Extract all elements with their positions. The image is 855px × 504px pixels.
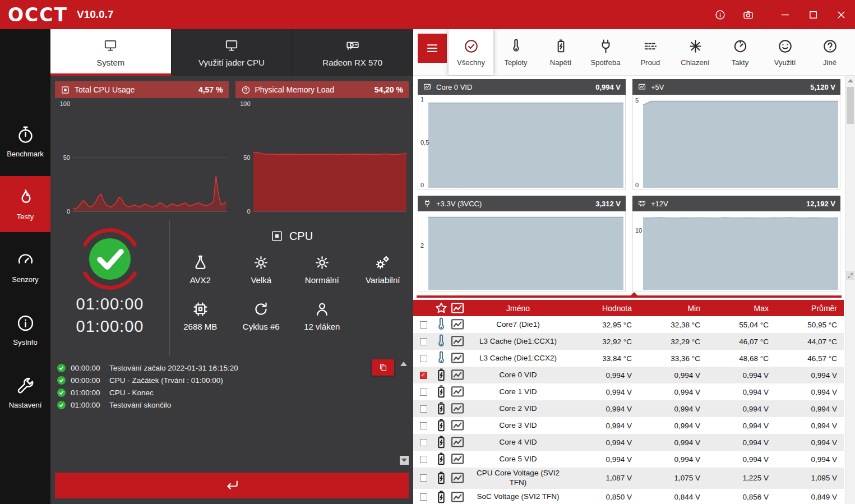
sensor-value: 0,994 V bbox=[570, 438, 639, 447]
panel-splitter[interactable] bbox=[413, 292, 855, 300]
sidebar-item-senzory[interactable]: Senzory bbox=[0, 239, 50, 295]
monitor-icon[interactable] bbox=[449, 300, 466, 317]
temperature-icon bbox=[433, 334, 449, 349]
info-icon bbox=[714, 9, 726, 21]
tab-radeon-rx-570[interactable]: Radeon RX 570 bbox=[292, 29, 413, 76]
sensor-row[interactable]: Core7 (Die1)32,95 °C32,38 °C55,04 °C50,9… bbox=[413, 316, 844, 333]
sensor-graph-checkbox[interactable] bbox=[420, 493, 427, 501]
sidebar-item-testy[interactable]: Testy bbox=[0, 176, 50, 232]
maximize-button[interactable] bbox=[799, 0, 827, 29]
sidebar-item-nastaveni[interactable]: Nastavení bbox=[0, 364, 50, 420]
filter-chlazení[interactable]: Chlazení bbox=[673, 29, 718, 75]
graph-icon bbox=[423, 82, 432, 91]
device-tabs: SystemVyužití jader CPURadeon RX 570 bbox=[50, 29, 413, 76]
test-param-12-vl-ken[interactable]: 12 vláken bbox=[292, 300, 353, 331]
close-icon bbox=[835, 9, 847, 21]
test-param-velk-[interactable]: Velká bbox=[231, 254, 292, 285]
sensor-graph-checkbox[interactable] bbox=[420, 389, 427, 396]
log-scroll-up-arrow[interactable] bbox=[400, 362, 407, 366]
cooling-icon bbox=[687, 38, 704, 54]
voltage-icon bbox=[433, 489, 449, 504]
sensor-value: 32,95 °C bbox=[570, 321, 639, 329]
test-param-avx2[interactable]: AVX2 bbox=[170, 254, 231, 285]
chip-icon bbox=[192, 300, 209, 318]
sensor-row[interactable]: Core 0 VID0,994 V0,994 V0,994 V0,994 V bbox=[413, 367, 844, 383]
test-param-variabiln-[interactable]: Variabilní bbox=[353, 254, 414, 285]
test-param-2688-mb[interactable]: 2688 MB bbox=[170, 300, 231, 331]
sensor-chart-value: 5,120 V bbox=[810, 83, 835, 91]
test-param-norm-ln-[interactable]: Normální bbox=[292, 254, 353, 285]
sensor-chart-header: +3.3V (3VCC)3,312 V bbox=[418, 196, 626, 211]
close-button[interactable] bbox=[827, 0, 855, 29]
star-icon[interactable] bbox=[433, 300, 449, 316]
col-min[interactable]: Min bbox=[639, 304, 707, 313]
screenshot-button[interactable] bbox=[734, 0, 762, 29]
sensor-value: 0,850 V bbox=[570, 493, 639, 501]
sensor-name: SoC Voltage (SVI2 TFN) bbox=[466, 491, 570, 503]
col-avg[interactable]: Průměr bbox=[775, 304, 844, 313]
person-icon bbox=[313, 300, 331, 318]
y-axis-label: 50 bbox=[235, 154, 251, 161]
chart-title: Physical Memory Load bbox=[255, 85, 335, 94]
sensor-graph-checkbox[interactable] bbox=[420, 456, 427, 463]
sensor-row[interactable]: Core 3 VID0,994 V0,994 V0,994 V0,994 V bbox=[413, 417, 844, 434]
col-value[interactable]: Hodnota bbox=[570, 304, 639, 313]
sensor-row[interactable]: Core 1 VID0,994 V0,994 V0,994 V0,994 V bbox=[413, 383, 844, 400]
copy-log-button[interactable] bbox=[372, 359, 394, 376]
filter-spotřeba[interactable]: Spotřeba bbox=[583, 29, 628, 75]
y-axis-label: 0,5 bbox=[420, 139, 429, 146]
sensor-row[interactable]: L3 Cache (Die1:CCX1)32,92 °C32,29 °C46,0… bbox=[413, 333, 844, 350]
tab-vyu-it-jader-cpu[interactable]: Využití jader CPU bbox=[172, 29, 293, 76]
chart-expand-button[interactable] bbox=[846, 271, 854, 280]
test-param-label: 12 vláken bbox=[304, 322, 340, 331]
filter-takty[interactable]: Takty bbox=[718, 29, 762, 75]
sensor-graph-checkbox[interactable] bbox=[420, 474, 427, 482]
sidebar-item-benchmark[interactable]: Benchmark bbox=[0, 113, 50, 169]
col-max[interactable]: Max bbox=[707, 304, 775, 313]
voltage-icon bbox=[433, 434, 449, 450]
sensor-graph-checkbox[interactable] bbox=[420, 439, 427, 446]
sensor-graph-checkbox[interactable] bbox=[420, 372, 427, 379]
log-scroll-down-button[interactable] bbox=[400, 456, 409, 465]
menu-button[interactable] bbox=[418, 34, 447, 63]
sensor-graph-checkbox[interactable] bbox=[420, 321, 427, 329]
filter-teploty[interactable]: Teploty bbox=[493, 29, 538, 75]
window-icon bbox=[61, 85, 70, 95]
sensor-row[interactable]: CPU Core Voltage (SVI2 TFN)1,087 V1,075 … bbox=[413, 468, 844, 489]
sensor-graph-checkbox[interactable] bbox=[420, 338, 427, 345]
gear-icon bbox=[313, 254, 331, 271]
filter-proud[interactable]: Proud bbox=[628, 29, 673, 75]
sensor-min: 1,075 V bbox=[639, 474, 707, 482]
sensor-chart-name: Core 0 VID bbox=[436, 83, 472, 91]
test-param-cyklus-6[interactable]: Cyklus #6 bbox=[231, 300, 292, 331]
usage-chart: Total CPU Usage4,57 %100500 bbox=[55, 81, 229, 217]
sidebar-item-sysinfo[interactable]: SysInfo bbox=[0, 302, 50, 358]
filter-napětí[interactable]: Napětí bbox=[538, 29, 583, 75]
filter-využití[interactable]: Využití bbox=[762, 29, 807, 75]
scrollbar-thumb[interactable] bbox=[847, 87, 854, 124]
filter-všechny[interactable]: Všechny bbox=[449, 29, 493, 75]
col-name[interactable]: Jméno bbox=[466, 304, 570, 313]
sensor-row[interactable]: SoC Voltage (SVI2 TFN)0,850 V0,844 V0,85… bbox=[413, 489, 844, 504]
vertical-scrollbar[interactable] bbox=[845, 76, 855, 504]
filter-label: Teploty bbox=[504, 58, 527, 67]
test-status-column: 01:00:00 01:00:00 bbox=[50, 220, 169, 356]
sensor-graph-checkbox[interactable] bbox=[420, 405, 427, 413]
sensor-row[interactable]: L3 Cache (Die1:CCX2)33,84 °C33,36 °C48,6… bbox=[413, 350, 844, 367]
success-check-icon bbox=[57, 401, 66, 409]
sensor-row[interactable]: Core 2 VID0,994 V0,994 V0,994 V0,994 V bbox=[413, 400, 844, 417]
sensor-row[interactable]: Core 4 VID0,994 V0,994 V0,994 V0,994 V bbox=[413, 434, 844, 451]
run-test-button[interactable] bbox=[55, 473, 409, 498]
minimize-button[interactable] bbox=[771, 0, 799, 29]
sensor-row[interactable]: Core 5 VID0,994 V0,994 V0,994 V0,994 V bbox=[413, 451, 844, 468]
filter-jiné[interactable]: Jiné bbox=[807, 29, 852, 75]
sensor-graph-checkbox[interactable] bbox=[420, 355, 427, 362]
tab-system[interactable]: System bbox=[50, 29, 172, 76]
graph-icon bbox=[449, 470, 466, 487]
sensor-chart-name: +3.3V (3VCC) bbox=[436, 200, 482, 208]
info-button[interactable] bbox=[706, 0, 734, 29]
sensor-avg: 46,57 °C bbox=[775, 354, 844, 363]
graph-icon bbox=[449, 350, 466, 367]
scroll-up-arrow[interactable] bbox=[845, 77, 855, 85]
sensor-graph-checkbox[interactable] bbox=[420, 422, 427, 429]
